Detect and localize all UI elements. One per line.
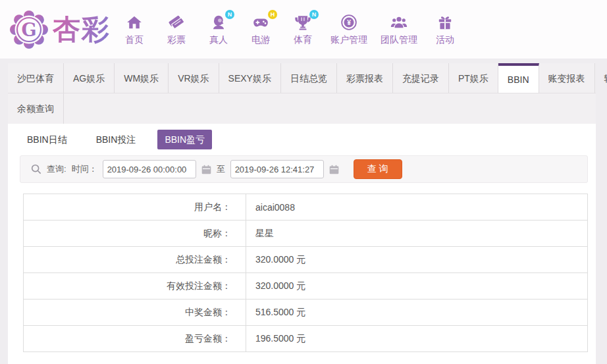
- row-value: 196.5000 元: [246, 326, 588, 352]
- tab-shaba-sports[interactable]: 沙巴体育: [8, 63, 64, 93]
- row-value: aicai0088: [246, 194, 588, 221]
- table-row-nickname: 昵称： 星星: [24, 221, 588, 247]
- nav-item-lottery[interactable]: 彩票: [162, 13, 191, 46]
- table-row-valid-bet: 有效投注金额： 320.0000 元: [24, 273, 588, 299]
- content-panel: BBIN日结 BBIN投注 BBIN盈亏 查询: 时间： 至 查 询 用户名： …: [8, 124, 596, 364]
- row-label: 用户名：: [24, 194, 246, 221]
- svg-text:G: G: [21, 19, 36, 39]
- trophy-icon: N: [294, 13, 311, 31]
- tab-row-1: 沙巴体育 AG娱乐 WM娱乐 VR娱乐 SEXY娱乐 日结总览 彩票报表 充提记…: [8, 63, 596, 93]
- date-to-input[interactable]: [230, 160, 324, 178]
- header: G 杏彩 首页 彩票: [0, 0, 607, 59]
- logo-flower-emblem-icon: G: [9, 10, 49, 49]
- search-icon: [30, 163, 42, 175]
- new-badge: N: [225, 10, 234, 19]
- search-bar: 查询: 时间： 至 查 询: [20, 155, 588, 183]
- calendar-icon[interactable]: [329, 164, 340, 175]
- profit-loss-table: 用户名： aicai0088 昵称： 星星 总投注金额： 320.0000 元 …: [23, 194, 588, 352]
- query-label: 查询:: [47, 163, 66, 175]
- tab-transfer-report[interactable]: 转账报表: [595, 63, 607, 93]
- gamepad-icon: H: [251, 13, 270, 31]
- tab-vr[interactable]: VR娱乐: [169, 63, 219, 93]
- new-badge: N: [309, 10, 319, 19]
- nav-item-promotions[interactable]: 活动: [431, 13, 460, 46]
- row-label: 盈亏金额：: [24, 326, 246, 352]
- tab-account-change-report[interactable]: 账变报表: [539, 63, 595, 93]
- subtab-bbin-daily[interactable]: BBIN日结: [20, 130, 74, 149]
- tab-balance-query[interactable]: 余额查询: [8, 93, 64, 124]
- row-value: 516.5000 元: [246, 299, 588, 326]
- tab-daily-overview[interactable]: 日结总览: [281, 63, 337, 93]
- nav-item-live[interactable]: N 真人: [204, 13, 233, 46]
- tab-bbin[interactable]: BBIN: [498, 63, 539, 93]
- row-label: 总投注金额：: [24, 247, 246, 273]
- to-label: 至: [217, 163, 225, 175]
- tab-wm[interactable]: WM娱乐: [115, 63, 169, 93]
- table-row-profit-loss: 盈亏金额： 196.5000 元: [24, 326, 588, 352]
- table-row-total-bet: 总投注金额： 320.0000 元: [24, 247, 588, 273]
- tab-deposit-withdraw[interactable]: 充提记录: [393, 63, 449, 93]
- table-row-winnings: 中奖金额： 516.5000 元: [24, 299, 588, 326]
- tab-lottery-report[interactable]: 彩票报表: [337, 63, 393, 93]
- date-from-input[interactable]: [103, 160, 196, 178]
- gift-icon: [436, 13, 454, 31]
- live-dealer-icon: N: [210, 13, 227, 31]
- nav-item-egames[interactable]: H 电游: [246, 13, 275, 46]
- row-label: 中奖金额：: [24, 299, 246, 326]
- main-nav: 首页 彩票 N: [120, 13, 460, 46]
- report-tabbar: 沙巴体育 AG娱乐 WM娱乐 VR娱乐 SEXY娱乐 日结总览 彩票报表 充提记…: [8, 63, 596, 124]
- table-row-username: 用户名： aicai0088: [24, 194, 588, 221]
- logo[interactable]: G 杏彩: [9, 10, 111, 49]
- calendar-icon[interactable]: [201, 164, 212, 175]
- tab-row-2: 余额查询: [8, 93, 596, 124]
- nav-item-team-mgmt[interactable]: 团队管理: [381, 13, 417, 46]
- subtab-bbin-profit-loss[interactable]: BBIN盈亏: [157, 130, 212, 149]
- subtab-bbin-bets[interactable]: BBIN投注: [89, 130, 144, 149]
- home-icon: [126, 13, 143, 31]
- query-button[interactable]: 查 询: [354, 159, 402, 179]
- svg-text:¥: ¥: [347, 19, 351, 26]
- nav-item-sports[interactable]: N 体育: [288, 13, 317, 46]
- row-value: 星星: [246, 221, 588, 247]
- logo-text: 杏彩: [53, 11, 111, 48]
- tab-sexy[interactable]: SEXY娱乐: [219, 63, 281, 93]
- lottery-tickets-icon: [168, 13, 185, 31]
- hot-badge: H: [268, 10, 277, 19]
- row-label: 有效投注金额：: [24, 273, 246, 299]
- row-value: 320.0000 元: [246, 273, 588, 299]
- time-label: 时间：: [72, 163, 97, 175]
- team-icon: [390, 13, 408, 31]
- nav-item-account-mgmt[interactable]: ¥ 账户管理: [330, 13, 367, 46]
- row-value: 320.0000 元: [246, 247, 588, 273]
- nav-item-home[interactable]: 首页: [120, 13, 149, 46]
- account-coin-icon: ¥: [340, 13, 357, 31]
- tab-ag[interactable]: AG娱乐: [64, 63, 115, 93]
- bbin-subtabs: BBIN日结 BBIN投注 BBIN盈亏: [20, 130, 596, 149]
- tab-pt[interactable]: PT娱乐: [449, 63, 498, 93]
- row-label: 昵称：: [24, 221, 246, 247]
